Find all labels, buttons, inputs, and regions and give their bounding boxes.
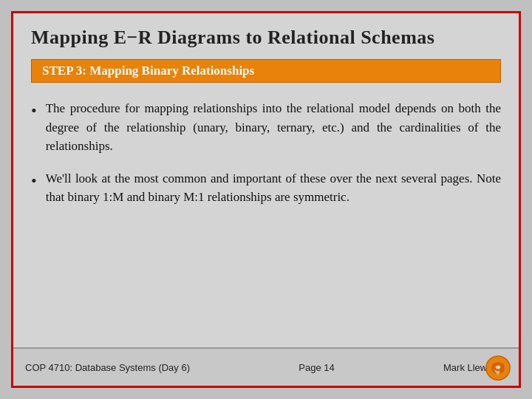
logo-icon — [485, 355, 511, 381]
content-area: • The procedure for mapping relationship… — [31, 99, 501, 341]
slide-title: Mapping E−R Diagrams to Relational Schem… — [31, 27, 501, 49]
bullet-dot-1: • — [31, 100, 37, 123]
bullet-dot-2: • — [31, 170, 37, 193]
slide: Mapping E−R Diagrams to Relational Schem… — [11, 11, 521, 388]
step-banner: STEP 3: Mapping Binary Relationships — [31, 59, 501, 83]
footer-center: Page 14 — [299, 362, 334, 373]
bullet-text-2: We'll look at the most common and import… — [46, 169, 501, 207]
bullet-text-1: The procedure for mapping relationships … — [46, 99, 501, 156]
footer: COP 4710: Database Systems (Day 6) Page … — [13, 347, 519, 386]
footer-left: COP 4710: Database Systems (Day 6) — [25, 362, 190, 373]
bullet-item-2: • We'll look at the most common and impo… — [31, 169, 501, 207]
bullet-item-1: • The procedure for mapping relationship… — [31, 99, 501, 156]
